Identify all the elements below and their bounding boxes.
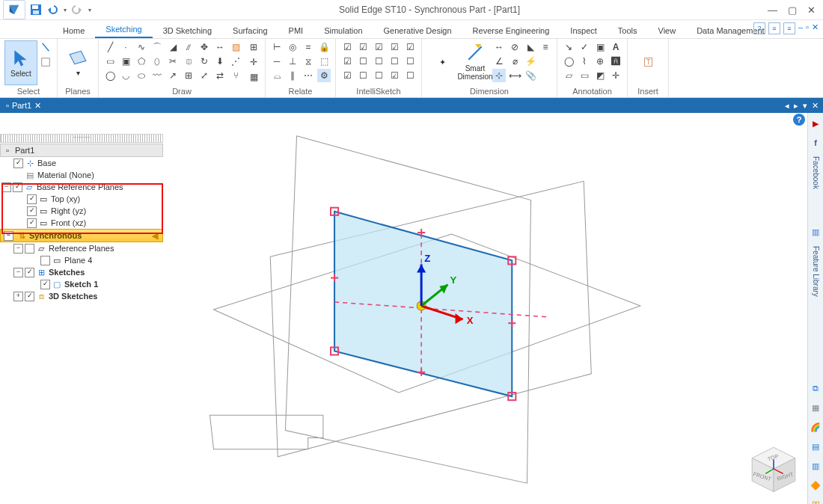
graphics-viewport[interactable]: X Y Z xyxy=(172,113,807,504)
youtube-icon[interactable]: ▶ xyxy=(810,117,822,129)
concentric-icon[interactable]: ◎ xyxy=(286,40,299,54)
keypoint-button[interactable]: ✦ xyxy=(426,40,458,84)
close-button[interactable]: ✕ xyxy=(807,4,816,16)
perpendicular-icon[interactable]: ⊥ xyxy=(286,55,299,68)
slot-icon[interactable]: ⬯ xyxy=(150,55,164,68)
nav-right-icon[interactable]: ▸ xyxy=(794,101,798,111)
select-filter-icon[interactable] xyxy=(39,40,52,54)
coord-dim-icon[interactable]: ⊹ xyxy=(492,69,506,82)
circle-icon[interactable]: ◯ xyxy=(103,69,117,82)
undo-icon[interactable] xyxy=(46,4,58,16)
sketch1-checkbox[interactable]: ✓ xyxy=(40,280,50,289)
tab-generative-design[interactable]: Generative Design xyxy=(373,23,462,38)
grid-icon[interactable]: ⊞ xyxy=(247,40,260,54)
is-extension-icon[interactable]: ☐ xyxy=(388,55,401,68)
mirror-icon[interactable]: ⎅ xyxy=(182,55,195,68)
sk3d-checkbox[interactable]: ✓ xyxy=(25,292,34,301)
insert-image-button[interactable]: 🅃 xyxy=(632,40,664,84)
spline-icon[interactable]: 〰 xyxy=(150,69,164,82)
is-snap-icon[interactable]: ☐ xyxy=(403,55,417,68)
move-icon[interactable]: ✥ xyxy=(198,40,211,54)
tree-base-ref-planes[interactable]: − ✓ ▱ Base Reference Planes xyxy=(0,181,163,193)
is-center-icon[interactable]: ☑ xyxy=(340,69,354,82)
is-point-icon[interactable]: ☐ xyxy=(372,69,385,82)
refp-checkbox[interactable] xyxy=(25,244,34,253)
rectangle-icon[interactable]: ▭ xyxy=(103,55,117,68)
mdi-restore-icon[interactable]: ▫ xyxy=(806,22,809,34)
tab-surfacing[interactable]: Surfacing xyxy=(222,23,278,38)
text-box-icon[interactable]: 🅰 xyxy=(609,55,622,68)
tree-base[interactable]: ✓ ⊹ Base xyxy=(0,157,163,169)
is-silhouette-icon[interactable]: ☑ xyxy=(388,40,401,54)
region-icon[interactable]: ▦ xyxy=(247,70,260,84)
tree-top-plane[interactable]: ✓ ▭ Top (xy) xyxy=(0,193,163,205)
tree-sketch1[interactable]: ✓ ▢ Sketch 1 xyxy=(0,278,163,290)
tree-right-plane[interactable]: ✓ ▭ Right (yz) xyxy=(0,205,163,217)
tab-view[interactable]: View xyxy=(648,23,687,38)
polygon-icon[interactable]: ⬠ xyxy=(135,55,148,68)
auto-dim-icon[interactable]: ⚡ xyxy=(524,55,537,68)
tab-inspect[interactable]: Inspect xyxy=(560,23,607,38)
pattern-icon[interactable]: ⊞ xyxy=(182,69,195,82)
brp-checkbox[interactable]: ✓ xyxy=(13,182,22,192)
planes-button[interactable]: ▾ xyxy=(62,40,94,84)
tree-ref-planes[interactable]: − ▱ Reference Planes xyxy=(0,242,163,254)
is-align-icon[interactable]: ☐ xyxy=(403,69,417,82)
callout-icon[interactable]: ▱ xyxy=(562,69,575,82)
rect-center-icon[interactable]: ▣ xyxy=(119,55,132,68)
brp-expander[interactable]: − xyxy=(1,182,11,192)
offset-icon[interactable]: ⫽ xyxy=(182,40,195,54)
parallel-icon[interactable]: ∥ xyxy=(286,69,299,82)
redo-icon[interactable] xyxy=(71,4,83,16)
stretch-icon[interactable]: ↔ xyxy=(213,40,227,54)
is-endpoint-icon[interactable]: ☑ xyxy=(340,40,354,54)
convert-icon[interactable]: ⇄ xyxy=(213,69,227,82)
attach-dim-icon[interactable]: 📎 xyxy=(524,69,537,82)
construction-icon[interactable]: ⋰ xyxy=(229,55,242,68)
select-button[interactable]: Select xyxy=(4,40,37,85)
is-grid-icon[interactable]: ☑ xyxy=(403,40,417,54)
surface-texture-icon[interactable]: ✓ xyxy=(578,40,591,54)
curve-icon[interactable]: ∿ xyxy=(135,40,148,54)
doc-close-icon[interactable]: ✕ xyxy=(812,101,819,111)
trim-icon[interactable]: ✂ xyxy=(166,55,180,68)
feature-library-icon[interactable]: ▥ xyxy=(810,227,822,239)
minimize-button[interactable]: — xyxy=(768,4,777,16)
diameter-dim-icon[interactable]: ⌀ xyxy=(508,55,521,68)
is-edge-icon[interactable]: ☑ xyxy=(388,69,401,82)
tab-pmi[interactable]: PMI xyxy=(278,23,314,38)
facebook-icon[interactable]: f xyxy=(810,137,822,149)
nav-left-icon[interactable]: ◂ xyxy=(785,101,789,111)
chamfer-icon[interactable]: ◢ xyxy=(166,40,180,54)
app-menu-button[interactable] xyxy=(3,0,25,19)
style2-icon[interactable]: ≡ xyxy=(783,22,795,34)
rigid-icon[interactable]: ⬚ xyxy=(317,55,331,68)
mdi-minimize-icon[interactable]: – xyxy=(798,22,803,34)
sync-expander[interactable]: − xyxy=(4,231,13,241)
is-parallel-icon[interactable]: ☐ xyxy=(356,55,370,68)
ellipse-icon[interactable]: ⬭ xyxy=(135,69,148,82)
tab-sketching[interactable]: Sketching xyxy=(95,22,152,38)
connect-icon[interactable]: ⊢ xyxy=(270,40,284,54)
tab-3d-sketching[interactable]: 3D Sketching xyxy=(153,23,222,38)
radial-dim-icon[interactable]: ⊘ xyxy=(508,40,521,54)
is-midpoint-icon[interactable]: ☑ xyxy=(340,55,354,68)
tree-root[interactable]: ▫ Part1 xyxy=(0,144,163,157)
text-icon[interactable]: A xyxy=(609,40,622,54)
distance-dim-icon[interactable]: ↔ xyxy=(492,40,506,54)
pane6-icon[interactable]: 🔶 xyxy=(810,479,822,491)
help-tab-icon[interactable]: ? xyxy=(753,22,765,34)
project-icon[interactable]: ⬇ xyxy=(213,55,227,68)
mdi-close-icon[interactable]: ✕ xyxy=(812,22,819,34)
datum-icon[interactable]: ▣ xyxy=(593,40,607,54)
arc-icon[interactable]: ◡ xyxy=(119,69,132,82)
save-icon[interactable] xyxy=(30,4,42,16)
select-options-icon[interactable] xyxy=(39,55,52,69)
extend-icon[interactable]: ↗ xyxy=(166,69,180,82)
smart-dimension-button[interactable]: Smart Dimension xyxy=(459,40,491,84)
pane3-icon[interactable]: 🌈 xyxy=(810,421,822,433)
tree-3d-sketches[interactable]: + ✓ ⧈ 3D Sketches xyxy=(0,290,163,302)
weld-icon[interactable]: ⌇ xyxy=(578,55,591,68)
pane2-icon[interactable]: ▦ xyxy=(810,402,822,414)
style1-icon[interactable]: ≡ xyxy=(768,22,780,34)
